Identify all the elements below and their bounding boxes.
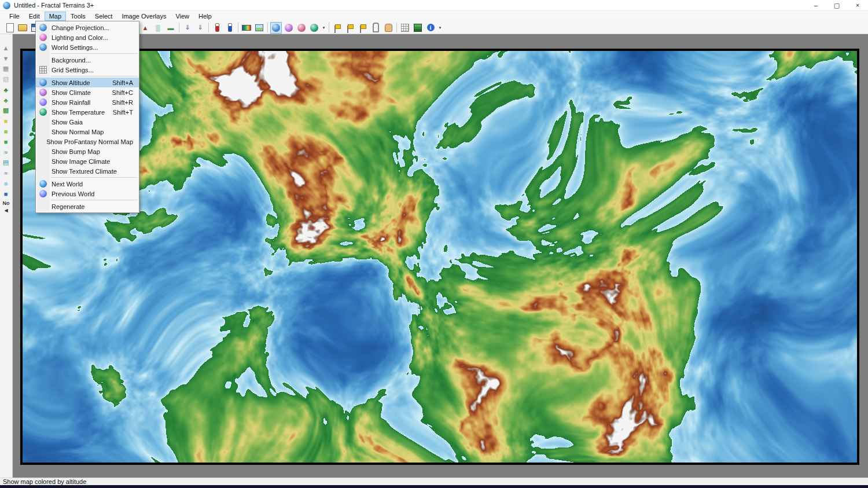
menubar-item-tools[interactable]: Tools — [66, 12, 90, 21]
paperclip-icon[interactable] — [370, 22, 381, 34]
menu-item-show-climate[interactable]: Show ClimateShift+C — [36, 87, 139, 97]
menu-separator — [51, 76, 138, 76]
smooth-tool-icon[interactable]: ▬ — [165, 22, 176, 34]
menu-item-show-rainfall[interactable]: Show RainfallShift+R — [36, 97, 139, 107]
menubar-item-help[interactable]: Help — [194, 12, 216, 21]
grid-toggle-icon[interactable] — [399, 22, 411, 34]
menu-item-background[interactable]: Background... — [36, 55, 139, 65]
toolbar-separator — [396, 23, 397, 32]
new-document-icon[interactable] — [4, 22, 16, 34]
menu-separator — [51, 177, 138, 178]
globe-altitude-icon[interactable] — [270, 22, 282, 34]
menu-separator — [51, 53, 138, 54]
swamp-icon[interactable]: ≈ — [0, 147, 12, 157]
menu-item-previous-world[interactable]: Previous World — [36, 189, 139, 199]
vegetation-sparse-icon[interactable]: ♣ — [0, 85, 12, 94]
toolbar-separator — [238, 23, 238, 32]
menu-item-next-world[interactable]: Next World — [36, 179, 139, 189]
grassland-icon[interactable]: ■ — [0, 126, 12, 136]
info-icon[interactable] — [425, 22, 436, 34]
globe-rainfall-menu-icon — [37, 98, 49, 106]
menu-item-regenerate[interactable]: Regenerate — [36, 201, 139, 211]
open-folder-icon[interactable] — [17, 22, 28, 34]
menubar-item-view[interactable]: View — [171, 12, 194, 21]
menu-bar: FileEditMapToolsSelectImage OverlaysView… — [0, 11, 868, 21]
menu-item-show-gaia[interactable]: Show Gaia — [36, 117, 139, 127]
menubar-item-file[interactable]: File — [5, 12, 24, 21]
menu-item-show-altitude[interactable]: Show AltitudeShift+A — [36, 78, 139, 87]
close-button[interactable]: × — [847, 0, 868, 11]
toolbar-separator — [179, 23, 179, 32]
status-bar: Show map colored by altitude — [0, 478, 868, 485]
view-next-icon[interactable] — [344, 22, 356, 34]
sidebar-collapse-icon[interactable]: ◀ — [0, 208, 12, 213]
globe-temperature-menu-icon — [37, 108, 49, 116]
desert-icon[interactable]: ■ — [0, 116, 12, 126]
shallow-sea-icon[interactable]: ▤ — [0, 157, 12, 167]
erode-tool-icon[interactable]: ▲ — [139, 22, 151, 34]
menu-item-show-profantasy-normal-map[interactable]: Show ProFantasy Normal Map — [36, 137, 139, 146]
menubar-item-image-overlays[interactable]: Image Overlays — [117, 12, 171, 21]
layers-icon[interactable] — [412, 22, 424, 34]
incise-flow-icon[interactable]: ⇓ — [182, 22, 193, 34]
sea-wave-icon[interactable]: ≈ — [0, 168, 12, 178]
menu-item-show-bump-map[interactable]: Show Bump Map — [36, 146, 139, 156]
toolbar-separator — [329, 23, 329, 32]
fertile-land-icon[interactable]: ■ — [0, 137, 12, 146]
menu-item-show-temperature[interactable]: Show TemperatureShift+T — [36, 107, 139, 117]
app-globe-icon — [3, 2, 10, 9]
globe-climate-menu-icon — [37, 89, 49, 96]
world-map-canvas[interactable] — [23, 51, 857, 463]
climate-key-icon[interactable] — [253, 22, 265, 34]
vegetation-dense-icon[interactable]: ♣ — [0, 95, 12, 105]
tool-sidebar: ▲▼▦▧♣♣▩■■■≈▤≈■■No◀ — [0, 34, 13, 478]
globe-image-icon[interactable] — [296, 22, 307, 34]
menu-item-lighting-and-color[interactable]: Lighting and Color... — [36, 32, 139, 42]
window-title: Untitled - Fractal Terrains 3+ — [14, 2, 94, 9]
menubar-item-select[interactable]: Select — [90, 12, 117, 21]
taskbar-sliver — [0, 485, 868, 488]
roughen-tool-icon[interactable]: ▒ — [152, 22, 164, 34]
globe-world-menu-icon — [37, 43, 49, 51]
menubar-item-map[interactable]: Map — [45, 12, 66, 21]
terrain-raise-icon[interactable]: ▲ — [0, 43, 12, 53]
globe-temperature-icon[interactable] — [308, 22, 320, 34]
globe-projection-menu-icon — [37, 24, 49, 31]
toolbar-separator — [208, 23, 209, 32]
menu-item-change-projection[interactable]: Change Projection... — [36, 23, 139, 32]
select-box-icon[interactable]: ▦ — [0, 64, 12, 74]
toolbar-separator — [267, 23, 268, 32]
info-dropdown-icon[interactable]: ▾ — [437, 22, 443, 34]
deposit-sediment-icon[interactable]: ⇓ — [194, 22, 206, 34]
menu-item-show-image-climate[interactable]: Show Image Climate — [36, 156, 139, 166]
water-light-icon[interactable]: ■ — [0, 178, 12, 188]
view-home-icon[interactable] — [357, 22, 369, 34]
water-deep-icon[interactable]: ■ — [0, 189, 12, 199]
color-key-icon[interactable] — [241, 22, 252, 34]
thermo-hot-icon[interactable] — [211, 22, 223, 34]
maximize-button[interactable]: ▢ — [826, 0, 847, 11]
paint-tool-icon[interactable]: ▧ — [0, 74, 12, 84]
terrain-lower-icon[interactable]: ▼ — [0, 53, 12, 63]
menu-item-grid-settings[interactable]: Grid Settings... — [36, 65, 139, 75]
menu-separator — [51, 200, 138, 200]
globe-next-menu-icon — [37, 180, 49, 188]
minimize-button[interactable]: – — [806, 0, 826, 11]
view-prev-icon[interactable] — [332, 22, 343, 34]
menubar-item-edit[interactable]: Edit — [24, 12, 45, 21]
map-menu-dropdown: Change Projection...Lighting and Color..… — [35, 21, 139, 213]
map-frame — [20, 49, 859, 465]
menu-item-show-normal-map[interactable]: Show Normal Map — [36, 127, 139, 137]
globe-climate-icon[interactable] — [283, 22, 295, 34]
globe-prev-menu-icon — [37, 190, 49, 197]
globe-altitude-menu-icon — [37, 79, 49, 86]
app-window: Untitled - Fractal Terrains 3+ – ▢ × Fil… — [0, 0, 868, 488]
menu-item-world-settings[interactable]: World Settings... — [36, 42, 139, 52]
globe-lighting-menu-icon — [37, 34, 49, 41]
pan-hand-icon[interactable] — [382, 22, 394, 34]
view-mode-dropdown-icon[interactable]: ▾ — [321, 22, 326, 34]
crops-icon[interactable]: ▩ — [0, 105, 12, 115]
title-bar: Untitled - Fractal Terrains 3+ – ▢ × — [0, 0, 868, 11]
menu-item-show-textured-climate[interactable]: Show Textured Climate — [36, 166, 139, 176]
thermo-cold-icon[interactable] — [224, 22, 236, 34]
